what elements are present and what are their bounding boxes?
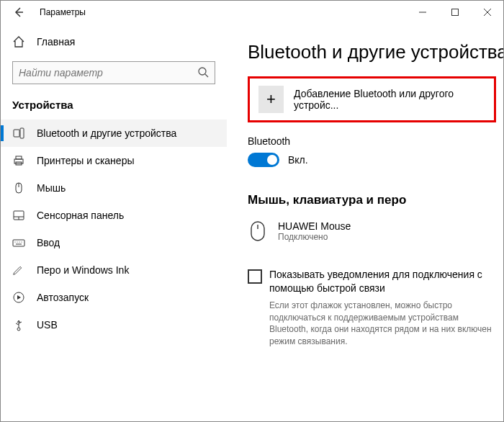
bluetooth-toggle[interactable]: [248, 153, 279, 167]
svg-rect-7: [20, 128, 24, 138]
device-status: Подключено: [278, 232, 351, 242]
sidebar-item-label: Автозапуск: [37, 292, 89, 303]
keyboard-icon: [12, 236, 25, 249]
close-button[interactable]: [471, 1, 503, 23]
device-name: HUAWEI Mouse: [278, 220, 351, 232]
touchpad-icon: [12, 209, 25, 222]
plus-icon: +: [258, 86, 284, 113]
sidebar-item-bluetooth[interactable]: Bluetooth и другие устройства: [1, 120, 227, 147]
bluetooth-section-label: Bluetooth: [248, 135, 503, 147]
sidebar-item-autoplay[interactable]: Автозапуск: [1, 284, 227, 311]
svg-rect-1: [451, 9, 458, 16]
search-input[interactable]: [19, 67, 197, 78]
window-title: Параметры: [40, 7, 86, 17]
pen-icon: [12, 264, 25, 277]
svg-point-20: [21, 241, 22, 242]
svg-rect-25: [251, 222, 264, 241]
printer-icon: [12, 154, 25, 167]
svg-point-19: [19, 241, 19, 242]
sidebar-section-title: Устройства: [1, 93, 227, 120]
autoplay-icon: [12, 291, 25, 304]
usb-icon: [12, 318, 25, 331]
sidebar-item-touchpad[interactable]: Сенсорная панель: [1, 202, 227, 229]
swift-pair-help: Если этот флажок установлен, можно быстр…: [248, 300, 503, 348]
home-label: Главная: [37, 36, 75, 48]
sidebar-item-label: USB: [37, 319, 58, 331]
swift-pair-checkbox[interactable]: [248, 269, 262, 284]
add-device-button[interactable]: + Добавление Bluetooth или другого устро…: [248, 76, 496, 122]
svg-point-4: [199, 68, 206, 75]
sidebar-item-label: Сенсорная панель: [37, 210, 124, 221]
sidebar-item-pen[interactable]: Перо и Windows Ink: [1, 256, 227, 284]
minimize-button[interactable]: [406, 1, 438, 23]
search-box[interactable]: [12, 61, 215, 84]
sidebar-item-label: Bluetooth и другие устройства: [37, 127, 176, 139]
home-icon: [12, 35, 25, 48]
mouse-device-icon: [248, 219, 268, 243]
maximize-button[interactable]: [438, 1, 471, 23]
sidebar: Главная Устройства Bluetooth и другие ус…: [1, 24, 228, 421]
sidebar-item-typing[interactable]: Ввод: [1, 229, 227, 256]
swift-pair-label: Показывать уведомления для подключения с…: [269, 268, 493, 295]
titlebar: Параметры: [1, 1, 503, 24]
svg-point-23: [17, 328, 20, 331]
sidebar-item-mouse[interactable]: Мышь: [1, 174, 227, 202]
sidebar-item-usb[interactable]: USB: [1, 311, 227, 338]
content-pane: Bluetooth и другие устройства + Добавлен…: [228, 24, 503, 421]
sidebar-item-printers[interactable]: Принтеры и сканеры: [1, 147, 227, 174]
svg-point-17: [14, 241, 15, 242]
add-device-label: Добавление Bluetooth или другого устройс…: [294, 88, 485, 111]
bluetooth-state: Вкл.: [288, 154, 308, 166]
sidebar-item-label: Перо и Windows Ink: [37, 264, 129, 276]
mouse-keyboard-heading: Мышь, клавиатура и перо: [248, 193, 503, 207]
page-title: Bluetooth и другие устройства: [248, 41, 503, 63]
svg-rect-9: [16, 156, 22, 159]
mouse-icon: [12, 181, 25, 194]
svg-rect-6: [14, 130, 19, 137]
home-link[interactable]: Главная: [1, 28, 227, 55]
sidebar-item-label: Принтеры и сканеры: [37, 155, 134, 166]
devices-icon: [12, 127, 25, 140]
sidebar-item-label: Ввод: [37, 237, 60, 248]
back-button[interactable]: [12, 6, 25, 19]
svg-point-18: [17, 241, 17, 242]
device-item[interactable]: HUAWEI Mouse Подключено: [248, 216, 503, 246]
svg-rect-16: [13, 240, 24, 246]
sidebar-item-label: Мышь: [37, 182, 66, 194]
search-icon: [197, 66, 209, 80]
svg-line-5: [205, 74, 208, 77]
